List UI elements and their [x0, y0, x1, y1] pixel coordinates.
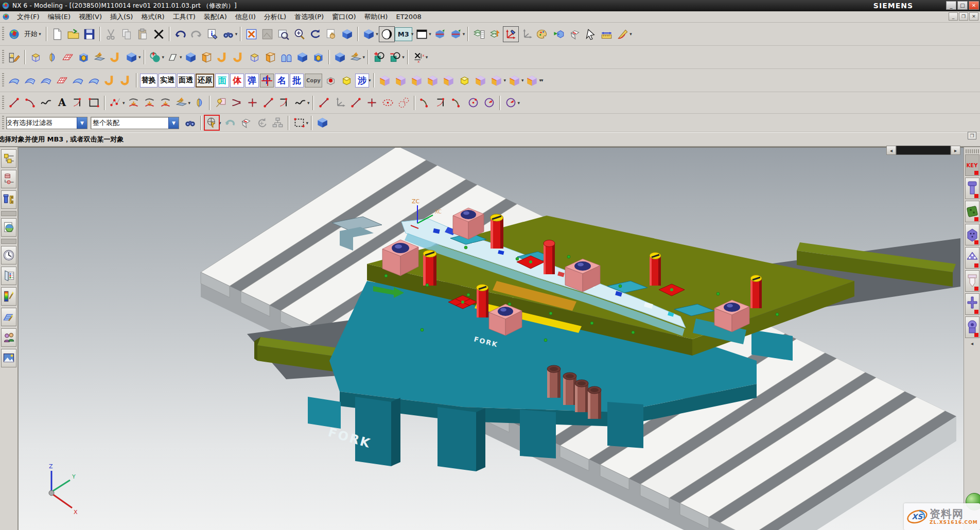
divide-curve-button[interactable]	[244, 95, 260, 111]
close-button[interactable]: ✕	[969, 1, 979, 10]
wcs-dynamics-button[interactable]	[503, 26, 519, 42]
graphics-window[interactable]: FORK FORK	[19, 147, 964, 530]
palettes-tab[interactable]	[1, 267, 16, 285]
cut-button[interactable]	[103, 26, 119, 42]
rendering-style-button[interactable]	[379, 26, 395, 42]
datum-csys-button[interactable]	[183, 49, 199, 65]
sheet-from-curves-button[interactable]	[60, 49, 76, 65]
replace-component-button[interactable]	[425, 73, 441, 89]
extension-surface-button[interactable]	[118, 73, 134, 89]
instance-feature-button[interactable]	[199, 49, 215, 65]
selection-filter-combo[interactable]: 没有选择过滤器 ▼	[6, 117, 87, 129]
boss-button[interactable]	[92, 49, 108, 65]
intersection-point-button[interactable]	[364, 95, 380, 111]
hole-button[interactable]	[76, 49, 92, 65]
interference-text-button[interactable]: 涉	[355, 74, 369, 87]
copy-text-button[interactable]: Copy	[305, 74, 322, 87]
delete-button[interactable]	[151, 26, 167, 42]
section-surface-button[interactable]	[70, 73, 86, 89]
mdi-minimize-button[interactable]: _	[949, 12, 958, 21]
yellow-solid-button[interactable]	[339, 73, 355, 89]
parallel-line-button[interactable]	[348, 95, 364, 111]
chamfer-button[interactable]	[332, 49, 348, 65]
menu-preferences[interactable]: 首选项(P)	[290, 11, 328, 23]
scroll-right-icon[interactable]: ▸	[951, 146, 960, 155]
text-button[interactable]	[54, 95, 70, 111]
clip-work-section-button[interactable]	[448, 26, 464, 42]
sheet-metal-bend1-button[interactable]	[215, 49, 231, 65]
arc-by-center-button[interactable]	[481, 95, 497, 111]
tube-button[interactable]	[278, 49, 294, 65]
wrap-curve-button[interactable]	[191, 95, 207, 111]
menu-analysis[interactable]: 分析(L)	[260, 11, 290, 23]
menu-edit[interactable]: 编辑(E)	[44, 11, 75, 23]
ruled-surface-button[interactable]	[6, 73, 22, 89]
combine-projection-button[interactable]	[173, 95, 189, 111]
mdi-close-button[interactable]: ✕	[969, 12, 978, 21]
project-curve-button[interactable]	[157, 95, 173, 111]
pan-view-button[interactable]	[323, 26, 339, 42]
menu-tools[interactable]: 工具(T)	[169, 11, 200, 23]
restore-view-icon[interactable]: ❐	[968, 132, 976, 139]
smooth-spline-button[interactable]	[292, 95, 308, 111]
n-sided-surface-button[interactable]	[86, 73, 102, 89]
zoom-inout-button[interactable]	[291, 26, 307, 42]
visualization-tab[interactable]	[1, 287, 16, 306]
menu-assembly[interactable]: 装配(A)	[200, 11, 231, 23]
shaded-display-button[interactable]	[361, 26, 377, 42]
cylinder-component-button[interactable]	[457, 73, 472, 89]
selection-scope-combo[interactable]: 整个装配 ▼	[91, 117, 179, 129]
emboss-button[interactable]	[348, 49, 364, 65]
perspective-button[interactable]	[339, 26, 355, 42]
conic-button[interactable]	[396, 95, 412, 111]
chevron-down-icon[interactable]: ▾	[411, 31, 414, 37]
constraint-navigator-tab[interactable]	[1, 170, 16, 188]
background-button[interactable]	[414, 26, 430, 42]
toolbar-grip[interactable]	[2, 73, 4, 87]
datum-plane-button[interactable]	[165, 49, 181, 65]
green-block-part-button[interactable]	[965, 201, 979, 222]
paste-button[interactable]	[135, 26, 151, 42]
menu-et2008[interactable]: ET2008	[392, 12, 425, 22]
toolbar-grip[interactable]	[2, 50, 4, 64]
extrude-button[interactable]	[28, 49, 44, 65]
block-button[interactable]	[124, 49, 139, 65]
hole2-button[interactable]	[310, 49, 326, 65]
menu-format[interactable]: 格式(R)	[137, 11, 168, 23]
toolbar-grip[interactable]	[966, 149, 979, 153]
minimize-button[interactable]: _	[946, 1, 956, 10]
key-parts-button[interactable]: KEY	[965, 154, 979, 176]
cross-part-button[interactable]	[965, 293, 979, 315]
component-hierarchy-button[interactable]	[270, 115, 286, 131]
batch-text-button[interactable]: 批	[290, 74, 304, 87]
toolbar-grip[interactable]	[2, 96, 4, 110]
subtract-button[interactable]	[387, 49, 403, 65]
collapse-arrow-icon[interactable]: ◂	[971, 341, 973, 346]
edit-object-display-button[interactable]	[535, 26, 551, 42]
derived-circle-button[interactable]	[503, 95, 519, 111]
sketch-csys-button[interactable]	[332, 95, 348, 111]
rotate-point-button[interactable]	[254, 115, 270, 131]
information-button[interactable]	[204, 26, 220, 42]
selection-cursor-button[interactable]	[583, 26, 599, 42]
cup-part-button[interactable]	[965, 270, 979, 292]
mirror-assembly-button[interactable]	[488, 73, 504, 89]
line-button[interactable]	[6, 95, 22, 111]
datum-point-button[interactable]	[147, 49, 163, 65]
interpart-links-button[interactable]	[182, 115, 198, 131]
rotate-view-button[interactable]	[307, 26, 323, 42]
trim-body-button[interactable]	[294, 49, 310, 65]
face-select-text-button[interactable]: 面	[215, 74, 229, 87]
dropdown-arrow-icon[interactable]: ▼	[77, 117, 87, 129]
mini-scrollbar[interactable]: ◂ ▸	[886, 146, 960, 155]
fit-view-button[interactable]	[243, 26, 259, 42]
unite-button[interactable]	[371, 49, 387, 65]
point-set-button[interactable]	[108, 95, 124, 111]
revolve-button[interactable]	[44, 49, 60, 65]
rectangle-select-button[interactable]	[291, 115, 307, 131]
chamfer-curve-button[interactable]	[449, 95, 465, 111]
red-solid-in-wireframe-button[interactable]	[323, 73, 339, 89]
menu-insert[interactable]: 插入(S)	[106, 11, 137, 23]
sheet-metal-bend2-button[interactable]	[231, 49, 247, 65]
scroll-left-icon[interactable]: ◂	[886, 146, 896, 155]
